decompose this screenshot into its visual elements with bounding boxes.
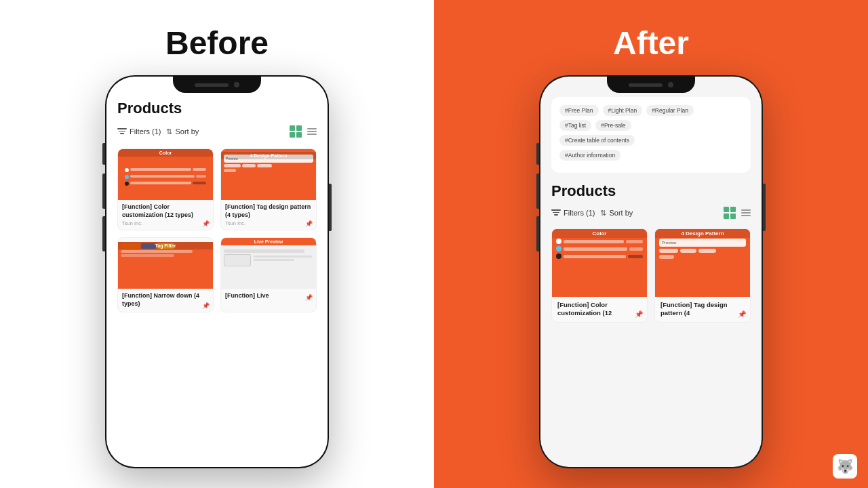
after-panel: After #Free Plan #Light Plan #Regular Pl… [434, 0, 868, 488]
before-product-card-3[interactable]: Tag Filter [117, 237, 214, 312]
chips-row-3: #Create table of contents [559, 135, 743, 146]
before-card1-author: Tsun Inc. [122, 220, 209, 226]
before-card2-label: 4 Design Pattern [221, 152, 316, 159]
after-product-card-2[interactable]: 4 Design Pattern Preview [654, 228, 751, 323]
before-card3-pin: 📌 [202, 302, 210, 309]
after-filter-label: Filters (1) [564, 209, 595, 217]
view-list-icon[interactable] [307, 128, 317, 135]
phone-notch [173, 77, 261, 93]
after-phone-content: #Free Plan #Light Plan #Regular Plan #Ta… [540, 77, 762, 467]
before-card1-thumb: Color [118, 149, 213, 200]
after-title: After [613, 24, 689, 62]
before-filter-button[interactable]: Filters (1) [117, 127, 161, 136]
before-card3-title: [Function] Narrow down (4 types) [122, 292, 209, 308]
after-card1-title: [Function] Color customization (12 [557, 301, 642, 318]
before-toolbar: Filters (1) ⇅ Sort by [117, 125, 317, 138]
before-card4-thumb: Live Preview [221, 238, 316, 289]
before-product-card-2[interactable]: 4 Design Pattern Preview [220, 148, 317, 230]
after-card1-thumb: Color [552, 229, 647, 297]
chip-free-plan[interactable]: #Free Plan [559, 105, 599, 116]
after-card2-label: 4 Design Pattern [655, 229, 750, 238]
after-product-grid: Color [551, 228, 751, 323]
after-card2-thumb: 4 Design Pattern Preview [655, 229, 750, 297]
sort-icon: ⇅ [166, 127, 172, 136]
chip-create-table[interactable]: #Create table of contents [559, 135, 635, 146]
before-product-card-1[interactable]: Color [117, 148, 214, 230]
notch-dot [234, 82, 239, 87]
after-phone: #Free Plan #Light Plan #Regular Plan #Ta… [539, 75, 763, 468]
before-card2-tag-thumb: 4 Design Pattern Preview [221, 149, 316, 200]
before-card1-label: Color [118, 149, 213, 157]
after-phone-notch [607, 77, 695, 93]
chips-row-2: #Tag list #Pre-sale [559, 120, 743, 131]
after-product-card-1[interactable]: Color [551, 228, 648, 323]
notch-bar [195, 83, 229, 87]
before-card2-title: [Function] Tag design pattern (4 types) [225, 203, 312, 219]
before-card4-pin: 📌 [305, 294, 313, 301]
after-filter-icon [551, 209, 561, 216]
before-phone-screen: Products Filters (1) ⇅ Sort by [106, 77, 328, 467]
after-phone-button-right [763, 184, 766, 231]
filter-icon [117, 128, 127, 135]
wolf-icon: 🐺 [837, 458, 854, 474]
after-phone-button-left1 [536, 143, 539, 165]
before-card3-label: Tag Filter [118, 242, 213, 249]
after-card2-preview: Preview [659, 239, 746, 247]
before-card2-pin: 📌 [305, 220, 313, 227]
phone-button-left3 [102, 216, 105, 251]
phone-button-left2 [102, 174, 105, 209]
chips-row-4: #Author information [559, 150, 743, 161]
before-title: Before [165, 24, 269, 62]
phone-button-right [329, 184, 332, 231]
after-filter-button[interactable]: Filters (1) [551, 209, 595, 217]
before-card1-footer: [Function] Color customization (12 types… [118, 200, 213, 230]
before-phone-content: Products Filters (1) ⇅ Sort by [106, 77, 328, 467]
chips-row-1: #Free Plan #Light Plan #Regular Plan [559, 105, 743, 116]
after-view-list-icon[interactable] [741, 209, 751, 216]
after-card2-title: [Function] Tag design pattern (4 [660, 301, 745, 318]
before-card2-thumb: 4 Design Pattern Preview [221, 149, 316, 200]
after-card1-label: Color [552, 229, 647, 238]
chip-regular-plan[interactable]: #Regular Plan [646, 105, 694, 116]
phone-button-left1 [102, 143, 105, 165]
after-toolbar: Filters (1) ⇅ Sort by [551, 207, 751, 219]
after-card1-footer: [Function] Color customization (12 📌 [552, 297, 647, 322]
before-card4-label: Live Preview [221, 238, 316, 245]
before-card3-footer: [Function] Narrow down (4 types) 📌 [118, 289, 213, 311]
before-card4-title: [Function] Live [225, 292, 312, 300]
wolf-logo: 🐺 [833, 454, 857, 479]
view-grid-icon[interactable] [290, 125, 302, 138]
after-view-grid-icon[interactable] [724, 207, 736, 219]
after-sort-icon: ⇅ [600, 209, 606, 218]
before-panel: Before Products Filters (1) [0, 0, 434, 488]
before-card3-thumb: Tag Filter [118, 238, 213, 289]
sort-label: Sort by [175, 127, 199, 136]
after-phone-button-left3 [536, 216, 539, 251]
before-card1-title: [Function] Color customization (12 types… [122, 203, 209, 219]
after-phone-button-left2 [536, 174, 539, 209]
after-notch-bar [629, 83, 663, 87]
after-card2-footer: [Function] Tag design pattern (4 📌 [655, 297, 750, 322]
after-products-title: Products [551, 182, 751, 200]
filter-label: Filters (1) [130, 127, 161, 136]
after-sort-label: Sort by [609, 209, 633, 217]
chip-light-plan[interactable]: #Light Plan [603, 105, 643, 116]
after-notch-dot [668, 82, 673, 87]
before-card4-footer: [Function] Live 📌 [221, 289, 316, 304]
chip-pre-sale[interactable]: #Pre-sale [595, 120, 631, 131]
before-card1-color-thumb: Color [118, 149, 213, 200]
after-card1-pin: 📌 [635, 310, 643, 318]
after-sort-button[interactable]: ⇅ Sort by [600, 209, 633, 218]
before-card2-author: Tsun Inc. [225, 220, 312, 226]
chip-tag-list[interactable]: #Tag list [559, 120, 591, 131]
chip-author-info[interactable]: #Author information [559, 150, 620, 161]
before-card1-pin: 📌 [202, 220, 210, 227]
before-products-title: Products [117, 100, 317, 117]
before-product-grid: Color [117, 148, 317, 312]
filter-chips-section: #Free Plan #Light Plan #Regular Plan #Ta… [551, 97, 751, 173]
before-sort-button[interactable]: ⇅ Sort by [166, 127, 199, 136]
before-phone: Products Filters (1) ⇅ Sort by [105, 75, 329, 468]
before-product-card-4[interactable]: Live Preview [220, 237, 317, 312]
after-phone-screen: #Free Plan #Light Plan #Regular Plan #Ta… [540, 77, 762, 467]
before-card2-footer: [Function] Tag design pattern (4 types) … [221, 200, 316, 230]
